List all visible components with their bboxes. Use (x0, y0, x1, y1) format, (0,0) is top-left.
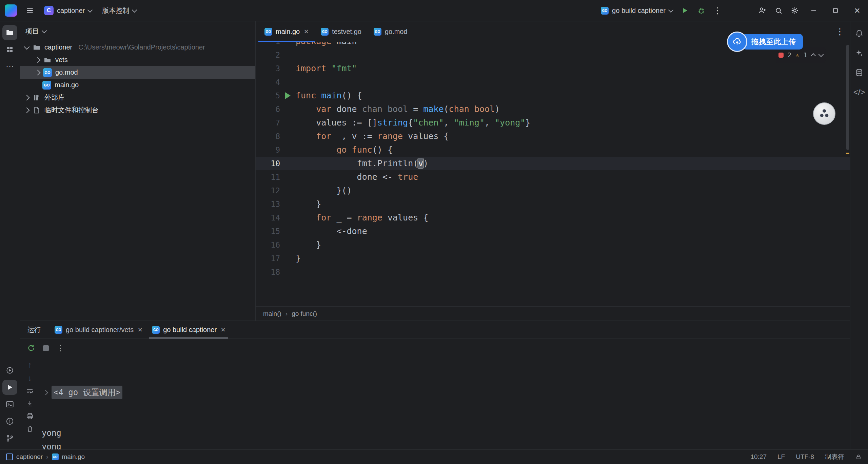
tool-window-run-button[interactable] (2, 380, 17, 395)
print-button[interactable] (26, 412, 34, 420)
editor-tab-go.mod[interactable]: GOgo.mod (368, 21, 414, 42)
breadcrumb-item[interactable]: go func() (292, 310, 317, 317)
code-editor[interactable]: 1package main23import "fmt"45func main()… (256, 42, 850, 306)
project-panel-header[interactable]: 项目 (20, 21, 255, 41)
go-file-icon: GO (52, 453, 59, 460)
console-output[interactable]: <4 go 设置调用> yongyongyong 进程 已完成，退出代码为 0 (40, 357, 850, 449)
tree-item-vets[interactable]: vets (20, 54, 255, 66)
tree-item-外部库[interactable]: 外部库 (20, 91, 255, 104)
close-tab-icon[interactable]: × (138, 326, 142, 334)
close-tab-icon[interactable]: × (221, 326, 225, 334)
stop-button[interactable] (43, 345, 49, 351)
close-tab-icon[interactable]: × (304, 27, 309, 36)
code-line-18[interactable]: 18 (256, 265, 850, 279)
tree-item-临时文件和控制台[interactable]: 临时文件和控制台 (20, 104, 255, 116)
code-line-12[interactable]: 12 }() (256, 184, 850, 197)
folded-text[interactable]: <4 go 设置调用> (52, 386, 122, 399)
search-everywhere-button[interactable] (770, 2, 787, 19)
chevron-collapsed-icon[interactable] (35, 57, 41, 63)
scrollbar-thumb[interactable] (846, 45, 849, 150)
run-line-icon[interactable] (285, 92, 291, 99)
lock-icon[interactable] (855, 453, 862, 460)
code-line-17[interactable]: 17} (256, 252, 850, 265)
breadcrumb-item[interactable]: main() (263, 310, 281, 317)
tree-item-captioner[interactable]: captionerC:\Users\meowr\GolandProjects\c… (20, 41, 255, 54)
chevron-collapsed-icon[interactable] (24, 107, 30, 113)
editor-tab-main.go[interactable]: GOmain.go× (258, 21, 315, 42)
tool-window-project-button[interactable] (2, 25, 17, 40)
chevron-collapsed-icon[interactable] (35, 70, 41, 75)
arrow-down-button[interactable]: ↓ (28, 374, 32, 383)
indent-widget[interactable]: 制表符 (825, 452, 844, 461)
console-fold-line[interactable]: <4 go 设置调用> (42, 386, 850, 399)
maximize-button[interactable] (825, 0, 846, 21)
editor-tab-options-button[interactable]: ⋮ (833, 26, 847, 37)
tool-window-terminal-button[interactable] (2, 397, 17, 412)
close-button[interactable]: × (846, 0, 868, 21)
project-widget[interactable]: C captioner (40, 3, 96, 18)
code-line-3[interactable]: 3import "fmt" (256, 62, 850, 75)
tool-window-database-button[interactable] (852, 65, 867, 80)
tool-window-structure-button[interactable] (2, 42, 17, 57)
tree-item-go.mod[interactable]: GOgo.mod (20, 66, 255, 79)
code-line-14[interactable]: 14 for _ = range values { (256, 211, 850, 225)
vcs-widget[interactable]: 版本控制 (98, 3, 140, 18)
fold-arrow-icon[interactable] (43, 390, 48, 395)
run-tab-go build captioner[interactable]: GOgo build captioner× (147, 321, 230, 339)
tool-window-version-control-button[interactable] (2, 431, 17, 446)
run-more-options-button[interactable]: ⋮ (56, 343, 64, 353)
previous-problem-icon[interactable] (811, 53, 816, 58)
chevron-expanded-icon[interactable] (24, 44, 30, 50)
code-with-me-button[interactable] (754, 2, 770, 19)
floating-widget-avatar[interactable] (813, 102, 835, 125)
code-line-5[interactable]: 5func main() { (256, 89, 850, 102)
arrow-up-button[interactable]: ↑ (28, 361, 32, 369)
code-line-13[interactable]: 13 } (256, 197, 850, 211)
editor-scrollbar[interactable] (845, 42, 850, 306)
main-area: ⋯ 项目 captionerC:\Users\meowr\GolandProje… (0, 21, 868, 449)
drag-upload-badge[interactable]: 拖拽至此上传 (727, 32, 803, 52)
rerun-button[interactable] (27, 344, 36, 352)
code-token: } (296, 240, 321, 250)
line-separator-widget[interactable]: LF (777, 453, 785, 461)
tool-window-ai-assistant-button[interactable] (852, 45, 867, 60)
chevron-down-icon (132, 7, 137, 13)
soft-wrap-button[interactable] (26, 387, 34, 395)
cursor-position-widget[interactable]: 10:27 (750, 453, 767, 461)
code-line-6[interactable]: 6 var done chan bool = make(chan bool) (256, 102, 850, 116)
more-actions-button[interactable]: ⋮ (709, 2, 726, 19)
code-line-4[interactable]: 4 (256, 75, 850, 89)
clear-button[interactable] (26, 425, 34, 433)
code-line-8[interactable]: 8 for _, v := range values { (256, 130, 850, 143)
code-line-9[interactable]: 9 go func() { (256, 143, 850, 157)
tree-item-path: C:\Users\meowr\GolandProjects\captioner (78, 43, 205, 51)
main-menu-button[interactable] (22, 2, 38, 19)
chevron-collapsed-icon[interactable] (24, 95, 30, 100)
code-line-7[interactable]: 7 values := []string{"chen", "ming", "yo… (256, 116, 850, 130)
scroll-to-end-button[interactable] (26, 400, 34, 408)
code-line-11[interactable]: 11 done <- true (256, 170, 850, 184)
run-panel-title[interactable]: 运行 (25, 321, 48, 339)
run-configuration-widget[interactable]: GO go build captioner (597, 3, 677, 18)
minimize-button[interactable] (803, 0, 825, 21)
tool-window-problems-button[interactable] (2, 414, 17, 429)
tool-window-code-tags-button[interactable]: </> (852, 85, 867, 100)
tool-window-notifications-button[interactable] (852, 26, 867, 41)
tool-window-more-button[interactable]: ⋯ (2, 59, 17, 74)
settings-button[interactable] (787, 2, 803, 19)
library-icon (32, 93, 41, 102)
next-problem-icon[interactable] (818, 52, 824, 57)
run-button[interactable] (677, 2, 693, 19)
warning-stripe-mark[interactable] (846, 153, 849, 154)
encoding-widget[interactable]: UTF-8 (796, 453, 814, 461)
statusbar-file[interactable]: main.go (62, 453, 85, 461)
code-line-16[interactable]: 16 } (256, 238, 850, 252)
editor-tab-testvet.go[interactable]: GOtestvet.go (315, 21, 368, 42)
statusbar-project[interactable]: captioner (16, 453, 43, 461)
debug-button[interactable] (693, 2, 709, 19)
tree-item-main.go[interactable]: GOmain.go (20, 79, 255, 91)
tool-window-services-button[interactable] (2, 363, 17, 378)
code-line-10[interactable]: 10 fmt.Println(v) (256, 157, 850, 170)
run-tab-go build captioner/vets[interactable]: GOgo build captioner/vets× (50, 321, 147, 339)
code-line-15[interactable]: 15 <-done (256, 225, 850, 238)
